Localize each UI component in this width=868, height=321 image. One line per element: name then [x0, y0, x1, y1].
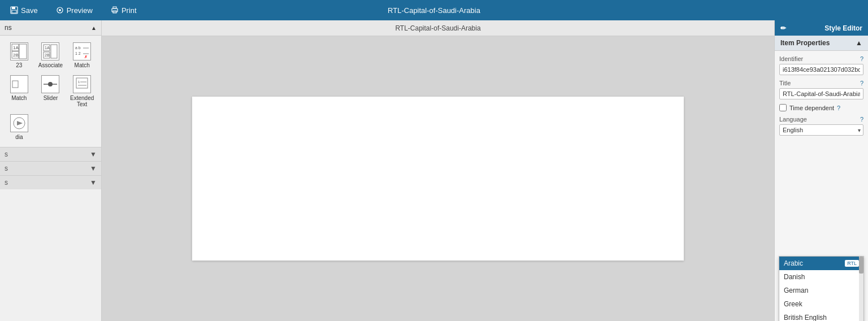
tool-extended-text[interactable]: 1 Extended Text — [67, 73, 97, 110]
identifier-input[interactable] — [779, 64, 863, 75]
svg-point-4 — [59, 9, 61, 11]
tool-match2[interactable]: Match — [5, 73, 34, 110]
svg-text:a b: a b — [75, 46, 81, 50]
canvas-title: RTL-Capital-of-Saudi-Arabia — [388, 6, 480, 15]
main-layout: ns ▲ 1A 2B 23 — [0, 20, 868, 321]
tool-media-label: dia — [15, 134, 23, 140]
tool-match-label: Match — [75, 62, 90, 68]
dropdown-item-arabic[interactable]: Arabic RTL — [779, 257, 863, 270]
canvas-area: RTL-Capital-of-Saudi-Arabia — [102, 20, 774, 321]
dropdown-item-british-english[interactable]: British English — [779, 311, 863, 321]
item-properties-label: Item Properties — [780, 39, 830, 47]
language-label: Language ? — [779, 116, 863, 123]
tool-extended-text-icon: 1 — [73, 75, 91, 93]
print-button[interactable]: Print — [107, 4, 140, 17]
time-dependent-checkbox[interactable] — [779, 104, 787, 111]
sidebar-header-label: ns — [5, 24, 12, 32]
dropdown-scrollbar — [859, 257, 863, 321]
language-select-wrapper: English ▾ — [779, 124, 863, 136]
time-dependent-help-icon[interactable]: ? — [837, 105, 840, 111]
svg-text:2B: 2B — [45, 53, 50, 57]
tool-media-icon — [10, 114, 28, 132]
print-icon — [111, 6, 119, 14]
tool-slider-label: Slider — [44, 95, 58, 101]
identifier-help-icon[interactable]: ? — [860, 55, 863, 62]
svg-text:1A: 1A — [13, 45, 19, 50]
sidebar-collapse-button[interactable]: ▲ — [91, 25, 97, 31]
dropdown-item-greek[interactable]: Greek — [779, 297, 863, 311]
style-editor-tab[interactable]: ✏ Style Editor — [775, 20, 868, 36]
svg-text:1 2: 1 2 — [75, 51, 81, 55]
left-sidebar: ns ▲ 1A 2B 23 — [0, 20, 102, 321]
dropdown-item-danish[interactable]: Danish — [779, 270, 863, 284]
sidebar-header: ns ▲ — [0, 20, 101, 36]
style-editor-label: Style Editor — [824, 24, 862, 32]
canvas-white-area — [192, 97, 684, 261]
preview-icon — [56, 6, 64, 14]
sidebar-section-1[interactable]: s ▼ — [0, 147, 101, 161]
tool-match2-label: Match — [11, 95, 27, 101]
tool-associate-label: Associate — [38, 62, 63, 68]
language-dropdown[interactable]: Arabic RTL Danish German Greek British E… — [779, 256, 864, 321]
tool-23[interactable]: 1A 2B 23 — [5, 40, 34, 71]
rtl-badge: RTL — [845, 260, 859, 267]
save-button[interactable]: Save — [7, 4, 41, 17]
identifier-field-row: Identifier ? — [779, 55, 863, 75]
right-panel: ✏ Style Editor Item Properties ▲ Identif… — [774, 20, 868, 321]
save-icon — [10, 6, 18, 14]
sidebar-section-3[interactable]: s ▼ — [0, 175, 101, 189]
tool-slider-icon — [41, 75, 59, 93]
language-select[interactable]: English — [779, 124, 863, 136]
pencil-icon: ✏ — [780, 24, 786, 32]
item-properties-chevron: ▲ — [856, 39, 862, 47]
time-dependent-label: Time dependent — [789, 105, 834, 111]
tool-23-icon: 1A 2B — [10, 42, 28, 60]
title-field-row: Title ? — [779, 80, 863, 99]
tool-match[interactable]: a b 1 2 ✗ Match — [67, 40, 97, 71]
svg-marker-31 — [17, 121, 23, 125]
tool-associate-icon: 1A 2B — [41, 42, 59, 60]
canvas-header: RTL-Capital-of-Saudi-Arabia — [102, 20, 774, 36]
title-input[interactable] — [779, 88, 863, 99]
svg-text:1: 1 — [78, 80, 80, 84]
tool-media[interactable]: dia — [5, 112, 34, 142]
svg-text:1A: 1A — [45, 46, 50, 50]
language-help-icon[interactable]: ? — [860, 116, 863, 123]
dropdown-scrollthumb — [859, 257, 863, 274]
section-1-chevron: ▼ — [90, 150, 97, 158]
svg-point-25 — [48, 82, 53, 86]
section-2-chevron: ▼ — [90, 164, 97, 172]
svg-rect-6 — [113, 7, 116, 8]
tool-23-label: 23 — [16, 62, 22, 68]
tool-match2-icon — [10, 75, 28, 93]
tool-associate[interactable]: 1A 2B Associate — [36, 40, 66, 71]
tool-match-icon: a b 1 2 ✗ — [73, 42, 91, 60]
section-3-chevron: ▼ — [90, 179, 97, 186]
language-field-row: Language ? English ▾ Arabic RTL — [779, 116, 863, 136]
time-dependent-row: Time dependent ? — [779, 104, 863, 111]
tool-slider[interactable]: Slider — [36, 73, 66, 110]
item-properties-section: Item Properties ▲ — [775, 36, 868, 51]
canvas-document-title: RTL-Capital-of-Saudi-Arabia — [395, 24, 480, 32]
svg-text:✗: ✗ — [84, 55, 88, 59]
tool-extended-text-label: Extended Text — [70, 95, 94, 107]
title-help-icon[interactable]: ? — [860, 80, 863, 86]
svg-text:2B: 2B — [13, 53, 19, 58]
svg-rect-12 — [19, 44, 27, 59]
identifier-label: Identifier ? — [779, 55, 863, 62]
svg-rect-1 — [12, 7, 15, 9]
sidebar-tools: 1A 2B 23 1A 2B — [0, 36, 101, 147]
toolbar: Save Preview Print RTL-Capital-of-Saudi-… — [0, 0, 868, 20]
preview-button[interactable]: Preview — [53, 4, 96, 17]
svg-rect-23 — [12, 81, 18, 88]
svg-rect-17 — [51, 45, 57, 58]
dropdown-item-german[interactable]: German — [779, 284, 863, 297]
sidebar-section-2[interactable]: s ▼ — [0, 161, 101, 175]
panel-body: Identifier ? Title ? Time dependent ? — [775, 51, 868, 140]
title-label: Title ? — [779, 80, 863, 86]
svg-rect-2 — [12, 10, 16, 13]
